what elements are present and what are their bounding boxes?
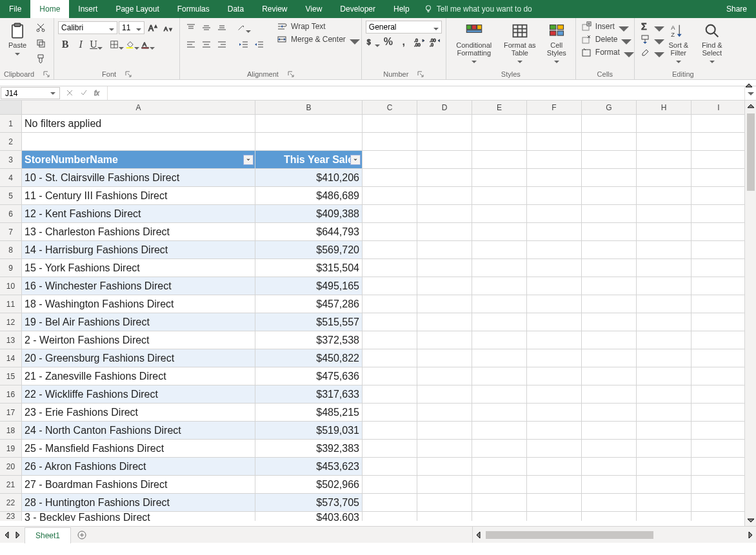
cell[interactable] <box>691 494 746 512</box>
align-right-button[interactable] <box>215 37 229 52</box>
row-header[interactable]: 16 <box>0 385 22 404</box>
row-header[interactable]: 8 <box>0 241 22 259</box>
cell[interactable] <box>417 512 472 521</box>
format-cells-button[interactable]: Format <box>580 46 630 58</box>
cell[interactable]: $515,557 <box>255 313 363 331</box>
row-header[interactable]: 3 <box>0 151 22 169</box>
column-header[interactable]: B <box>255 101 363 115</box>
cell[interactable] <box>637 205 691 223</box>
cell[interactable] <box>472 331 527 349</box>
cell[interactable] <box>582 349 637 367</box>
cell[interactable] <box>417 115 472 133</box>
cell[interactable]: 24 - North Canton Fashions Direct <box>22 422 255 440</box>
cell[interactable] <box>363 313 417 331</box>
tab-developer[interactable]: Developer <box>331 0 384 18</box>
cell[interactable] <box>472 133 527 151</box>
cell[interactable]: $485,215 <box>255 404 363 422</box>
column-header[interactable]: C <box>363 101 417 115</box>
cell[interactable]: 19 - Bel Air Fashions Direct <box>22 313 255 331</box>
cell[interactable] <box>472 494 527 512</box>
cell[interactable] <box>417 277 472 295</box>
scroll-right-button[interactable] <box>744 529 756 541</box>
cell[interactable] <box>582 259 637 277</box>
cell[interactable] <box>472 169 527 187</box>
cell[interactable] <box>363 476 417 494</box>
percent-button[interactable]: % <box>381 35 395 49</box>
row-header[interactable]: 6 <box>0 205 22 223</box>
cell[interactable] <box>472 205 527 223</box>
copy-button[interactable] <box>34 36 48 50</box>
cell[interactable]: $573,705 <box>255 494 363 512</box>
tab-formulas[interactable]: Formulas <box>168 0 219 18</box>
share-button[interactable]: Share <box>713 0 756 18</box>
cell[interactable] <box>582 115 637 133</box>
cell[interactable] <box>472 404 527 422</box>
insert-function-button[interactable]: fx <box>94 88 102 99</box>
row-header[interactable]: 11 <box>0 295 22 313</box>
align-top-button[interactable] <box>184 21 198 35</box>
new-sheet-button[interactable] <box>71 527 93 543</box>
dialog-launcher-icon[interactable] <box>43 71 50 77</box>
tab-view[interactable]: View <box>297 0 332 18</box>
cell[interactable] <box>363 331 417 349</box>
tab-help[interactable]: Help <box>384 0 419 18</box>
number-format-combo[interactable]: General <box>366 21 442 34</box>
tab-home[interactable]: Home <box>30 0 69 18</box>
cell[interactable] <box>637 295 691 313</box>
scrollbar-thumb[interactable] <box>486 531 653 539</box>
column-header[interactable]: D <box>417 101 472 115</box>
dialog-launcher-icon[interactable] <box>417 71 424 77</box>
cell[interactable] <box>527 295 582 313</box>
fill-color-button[interactable] <box>125 37 139 52</box>
row-header[interactable]: 17 <box>0 404 22 422</box>
cell[interactable] <box>691 205 746 223</box>
cell[interactable] <box>472 295 527 313</box>
cell[interactable] <box>417 187 472 205</box>
cell[interactable] <box>637 223 691 241</box>
conditional-formatting-button[interactable]: Conditional Formatting <box>450 21 498 63</box>
cell[interactable] <box>637 422 691 440</box>
tab-data[interactable]: Data <box>219 0 253 18</box>
tab-file[interactable]: File <box>0 0 30 18</box>
formula-input[interactable] <box>108 86 744 100</box>
row-header[interactable]: 4 <box>0 169 22 187</box>
cell[interactable] <box>691 367 746 385</box>
comma-button[interactable]: , <box>397 35 411 49</box>
cell[interactable] <box>363 277 417 295</box>
cell[interactable] <box>691 422 746 440</box>
cell[interactable] <box>527 385 582 404</box>
cell[interactable]: $569,720 <box>255 241 363 259</box>
italic-button[interactable]: I <box>74 37 88 52</box>
cell[interactable] <box>472 476 527 494</box>
tab-review[interactable]: Review <box>253 0 296 18</box>
cell[interactable] <box>582 241 637 259</box>
cell[interactable] <box>472 349 527 367</box>
cell[interactable] <box>417 133 472 151</box>
row-header[interactable]: 19 <box>0 440 22 458</box>
cell[interactable] <box>691 259 746 277</box>
cell[interactable] <box>527 151 582 169</box>
cell[interactable]: 16 - Winchester Fashions Direct <box>22 277 255 295</box>
dialog-launcher-icon[interactable] <box>288 71 294 77</box>
insert-cells-button[interactable]: Insert <box>580 21 630 32</box>
cell[interactable] <box>582 205 637 223</box>
cell[interactable] <box>637 476 691 494</box>
cell[interactable]: 2 - Weirton Fashions Direct <box>22 331 255 349</box>
cell[interactable] <box>417 494 472 512</box>
cell[interactable] <box>527 440 582 458</box>
paste-button[interactable]: Paste <box>4 21 31 55</box>
cell[interactable] <box>637 313 691 331</box>
row-header[interactable]: 18 <box>0 422 22 440</box>
cell[interactable] <box>527 115 582 133</box>
cell[interactable]: 3 - Beckley Fashions Direct <box>22 512 255 521</box>
underline-button[interactable]: U <box>89 37 103 52</box>
cell[interactable]: 10 - St. Clairsville Fashions Direct <box>22 169 255 187</box>
cell[interactable]: 25 - Mansfield Fashions Direct <box>22 440 255 458</box>
row-header[interactable]: 20 <box>0 458 22 476</box>
tab-insert[interactable]: Insert <box>69 0 106 18</box>
format-as-table-button[interactable]: Format as Table <box>501 21 539 63</box>
cell[interactable] <box>582 458 637 476</box>
cell[interactable]: $450,822 <box>255 349 363 367</box>
cancel-formula-button[interactable] <box>66 88 74 99</box>
cell[interactable]: 27 - Boardman Fashions Direct <box>22 476 255 494</box>
